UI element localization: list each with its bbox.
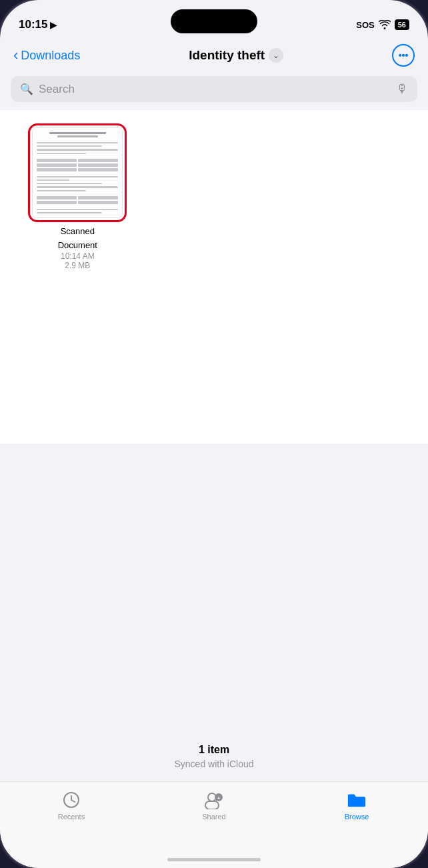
back-label: Downloads	[21, 49, 80, 63]
doc-line	[37, 142, 118, 143]
file-time: 10:14 AM	[61, 252, 95, 261]
search-bar[interactable]: 🔍 Search 🎙	[11, 76, 417, 102]
svg-rect-3	[205, 801, 219, 809]
location-icon: ▶	[50, 20, 57, 30]
doc-section	[37, 159, 118, 171]
file-size: 2.9 MB	[65, 261, 90, 270]
doc-cell	[37, 163, 77, 167]
dynamic-island	[171, 9, 257, 33]
doc-cell	[78, 196, 118, 199]
doc-cell	[78, 159, 118, 162]
doc-header-line-1	[49, 132, 106, 134]
sync-status: Synced with iCloud	[174, 759, 253, 769]
doc-line	[37, 209, 118, 210]
doc-line	[37, 212, 102, 213]
doc-line	[37, 183, 102, 184]
doc-table-2	[37, 196, 118, 204]
doc-cell	[78, 168, 118, 171]
doc-preview	[33, 128, 122, 218]
svg-line-2	[71, 800, 75, 802]
doc-table	[37, 159, 118, 171]
phone-screen: 10:15 ▶ SOS 56 ‹ Download	[0, 0, 428, 868]
status-right: SOS 56	[356, 19, 409, 30]
shared-tab-label: Shared	[202, 813, 225, 821]
doc-cell	[37, 168, 77, 171]
doc-line	[37, 190, 85, 191]
doc-cell	[78, 163, 118, 167]
doc-line	[37, 186, 118, 187]
doc-line	[37, 149, 118, 150]
list-item[interactable]: Scanned Document 10:14 AM 2.9 MB	[13, 123, 142, 270]
mic-icon[interactable]: 🎙	[396, 82, 408, 96]
file-grid: Scanned Document 10:14 AM 2.9 MB	[11, 121, 417, 273]
nav-title-area: Identity theft ⌄	[189, 48, 283, 63]
doc-line	[37, 145, 102, 147]
doc-line	[37, 176, 118, 177]
battery-badge: 56	[395, 19, 409, 30]
svg-text:+: +	[217, 795, 221, 801]
item-count: 1 item	[199, 744, 229, 756]
file-thumbnail-wrap	[28, 123, 127, 222]
tab-bar: Recents + Shared	[0, 781, 428, 868]
browse-icon	[347, 790, 367, 810]
file-name-line2: Document	[58, 240, 97, 250]
doc-header	[37, 132, 118, 137]
back-button[interactable]: ‹ Downloads	[13, 48, 80, 63]
wifi-icon	[379, 20, 391, 29]
title-chevron-icon[interactable]: ⌄	[269, 48, 283, 63]
search-container: 🔍 Search 🎙	[0, 72, 428, 110]
status-time: 10:15 ▶	[19, 18, 57, 31]
browse-tab-label: Browse	[345, 813, 369, 821]
file-thumbnail	[32, 127, 123, 218]
tab-recents[interactable]: Recents	[0, 790, 143, 821]
sos-label: SOS	[356, 20, 374, 30]
doc-line	[37, 179, 69, 181]
doc-header-line-2	[57, 135, 98, 137]
tab-browse[interactable]: Browse	[285, 790, 428, 821]
nav-title: Identity theft	[189, 48, 265, 63]
doc-cell	[78, 201, 118, 204]
phone-frame: 10:15 ▶ SOS 56 ‹ Download	[0, 0, 428, 868]
time-label: 10:15	[19, 18, 47, 31]
back-chevron-icon: ‹	[13, 48, 18, 63]
nav-bar: ‹ Downloads Identity theft ⌄ •••	[0, 39, 428, 72]
content-area: Scanned Document 10:14 AM 2.9 MB	[0, 110, 428, 444]
more-icon: •••	[399, 51, 409, 60]
doc-cell	[37, 159, 77, 162]
recents-icon	[61, 790, 81, 810]
bottom-status: 1 item Synced with iCloud	[0, 744, 428, 769]
doc-section-2	[37, 196, 118, 204]
battery-level: 56	[398, 21, 406, 29]
shared-icon: +	[204, 790, 224, 810]
home-indicator	[167, 858, 261, 861]
doc-cell	[37, 196, 77, 199]
search-icon: 🔍	[20, 83, 33, 95]
more-button[interactable]: •••	[392, 44, 415, 67]
doc-cell	[37, 201, 77, 204]
recents-tab-label: Recents	[58, 813, 85, 821]
file-name-line1: Scanned	[61, 226, 95, 236]
tab-shared[interactable]: + Shared	[143, 790, 285, 821]
search-input[interactable]: Search	[39, 83, 391, 96]
doc-line	[37, 153, 85, 154]
